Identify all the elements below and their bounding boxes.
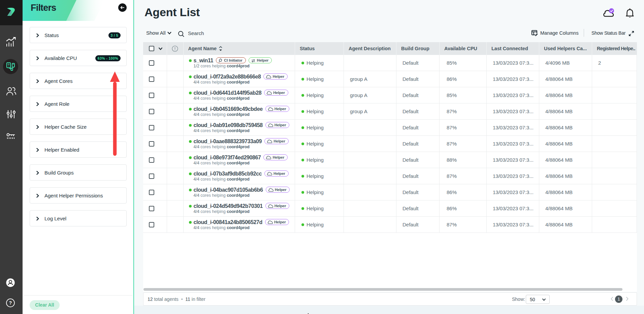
svg-text:?: ? bbox=[9, 300, 12, 306]
